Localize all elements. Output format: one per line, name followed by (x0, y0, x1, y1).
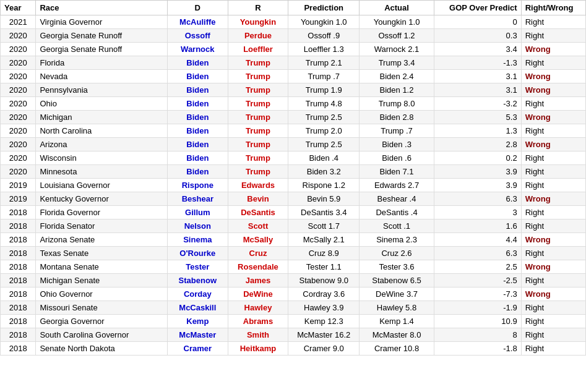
cell-prediction: Trump 2.0 (288, 124, 360, 138)
cell-rightwrong: Wrong (521, 43, 585, 56)
cell-actual: DeWine 3.7 (360, 288, 434, 301)
table-row: 2020 Ohio Biden Trump Trump 4.8 Trump 8.… (1, 97, 586, 111)
cell-gop: 3.1 (434, 83, 521, 97)
cell-r: DeWine (228, 288, 288, 301)
table-row: 2018 Ohio Governor Corday DeWine Cordray… (1, 288, 586, 301)
cell-rightwrong: Right (521, 179, 585, 192)
cell-race: Texas Senate (36, 247, 168, 260)
cell-gop: 0.3 (434, 29, 521, 43)
cell-actual: Sinema 2.3 (360, 233, 434, 247)
cell-prediction: Ossoff .9 (288, 29, 360, 43)
cell-d: McAuliffe (167, 15, 228, 29)
cell-year: 2018 (1, 328, 36, 342)
cell-r: Trump (228, 111, 288, 124)
cell-actual: Scott .1 (360, 219, 434, 233)
table-row: 2021 Virginia Governor McAuliffe Youngki… (1, 15, 586, 29)
cell-rightwrong: Right (521, 151, 585, 165)
cell-prediction: Biden 3.2 (288, 165, 360, 179)
cell-rightwrong: Wrong (521, 83, 585, 97)
election-table: Year Race D R Prediction Actual GOP Over… (0, 0, 586, 356)
cell-gop: 0 (434, 15, 521, 29)
cell-rightwrong: Right (521, 165, 585, 179)
cell-r: Trump (228, 70, 288, 83)
cell-race: Florida Senator (36, 219, 168, 233)
table-row: 2020 Nevada Biden Trump Trump .7 Biden 2… (1, 70, 586, 83)
cell-gop: 1.3 (434, 124, 521, 138)
cell-r: James (228, 274, 288, 288)
cell-race: Florida Governor (36, 206, 168, 219)
table-row: 2018 Montana Senate Tester Rosendale Tes… (1, 260, 586, 274)
table-row: 2018 Florida Senator Nelson Scott Scott … (1, 219, 586, 233)
cell-year: 2018 (1, 247, 36, 260)
cell-year: 2020 (1, 70, 36, 83)
header-race: Race (36, 1, 168, 15)
cell-rightwrong: Right (521, 247, 585, 260)
cell-rightwrong: Right (521, 342, 585, 356)
cell-race: Georgia Senate Runoff (36, 43, 168, 56)
cell-year: 2020 (1, 97, 36, 111)
cell-year: 2018 (1, 301, 36, 315)
cell-rightwrong: Right (521, 328, 585, 342)
table-row: 2018 Arizona Senate Sinema McSally McSal… (1, 233, 586, 247)
cell-gop: 2.5 (434, 260, 521, 274)
cell-r: Trump (228, 124, 288, 138)
cell-prediction: Youngkin 1.0 (288, 15, 360, 29)
cell-rightwrong: Wrong (521, 138, 585, 151)
cell-race: Pennsylvania (36, 83, 168, 97)
cell-race: Ohio (36, 97, 168, 111)
cell-actual: Biden 1.2 (360, 83, 434, 97)
cell-rightwrong: Right (521, 206, 585, 219)
cell-d: Tester (167, 260, 228, 274)
header-rightwrong: Right/Wrong (521, 1, 585, 15)
cell-race: North Carolina (36, 124, 168, 138)
cell-race: Kentucky Governor (36, 192, 168, 206)
cell-d: Gillum (167, 206, 228, 219)
cell-year: 2018 (1, 342, 36, 356)
cell-gop: 3.4 (434, 43, 521, 56)
cell-d: Stabenow (167, 274, 228, 288)
cell-d: Warnock (167, 43, 228, 56)
cell-r: Heitkamp (228, 342, 288, 356)
cell-year: 2018 (1, 288, 36, 301)
cell-year: 2020 (1, 165, 36, 179)
cell-race: Nevada (36, 70, 168, 83)
cell-actual: Edwards 2.7 (360, 179, 434, 192)
cell-d: Biden (167, 165, 228, 179)
cell-prediction: Trump 2.1 (288, 56, 360, 70)
cell-d: Biden (167, 124, 228, 138)
cell-prediction: Cruz 8.9 (288, 247, 360, 260)
cell-prediction: Trump 2.5 (288, 138, 360, 151)
cell-race: Arizona (36, 138, 168, 151)
cell-race: Florida (36, 56, 168, 70)
cell-prediction: Bevin 5.9 (288, 192, 360, 206)
header-r: R (228, 1, 288, 15)
cell-rightwrong: Wrong (521, 233, 585, 247)
cell-gop: 3.1 (434, 70, 521, 83)
cell-d: Biden (167, 111, 228, 124)
table-row: 2020 Florida Biden Trump Trump 2.1 Trump… (1, 56, 586, 70)
cell-actual: Trump 8.0 (360, 97, 434, 111)
cell-prediction: DeSantis 3.4 (288, 206, 360, 219)
header-gop: GOP Over Predict (434, 1, 521, 15)
table-row: 2020 Georgia Senate Runoff Warnock Loeff… (1, 43, 586, 56)
cell-rightwrong: Right (521, 219, 585, 233)
cell-actual: DeSantis .4 (360, 206, 434, 219)
cell-gop: 3 (434, 206, 521, 219)
cell-year: 2020 (1, 124, 36, 138)
table-row: 2018 Michigan Senate Stabenow James Stab… (1, 274, 586, 288)
cell-gop: 4.4 (434, 233, 521, 247)
header-year: Year (1, 1, 36, 15)
cell-race: Virginia Governor (36, 15, 168, 29)
cell-d: Biden (167, 97, 228, 111)
cell-rightwrong: Wrong (521, 70, 585, 83)
cell-actual: Biden 2.4 (360, 70, 434, 83)
cell-year: 2020 (1, 111, 36, 124)
cell-prediction: Trump 2.5 (288, 111, 360, 124)
cell-gop: 3.9 (434, 179, 521, 192)
cell-race: Montana Senate (36, 260, 168, 274)
cell-r: Trump (228, 56, 288, 70)
cell-actual: Youngkin 1.0 (360, 15, 434, 29)
cell-gop: 8 (434, 328, 521, 342)
cell-prediction: Cordray 3.6 (288, 288, 360, 301)
cell-gop: -1.3 (434, 56, 521, 70)
